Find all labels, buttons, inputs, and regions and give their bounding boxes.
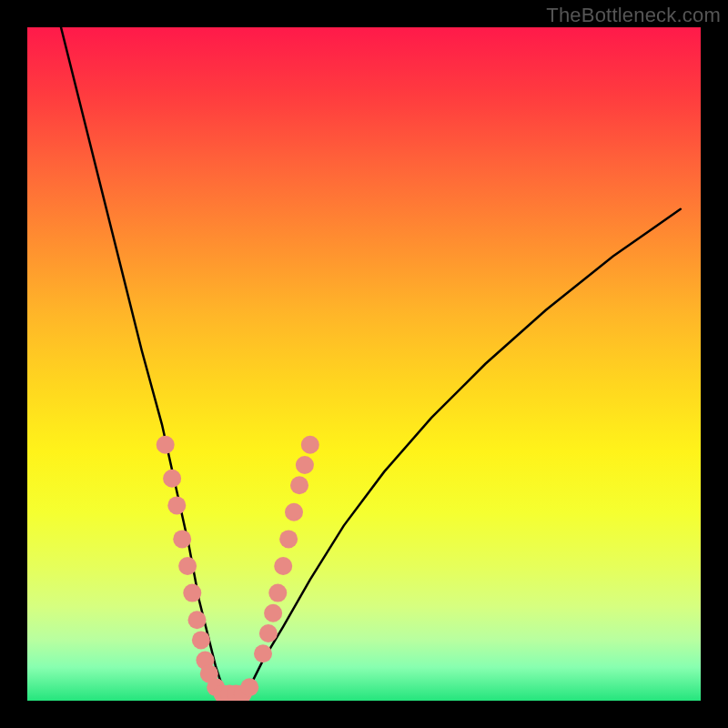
watermark-text: TheBottleneck.com (546, 4, 721, 27)
frame: TheBottleneck.com (0, 0, 728, 728)
background-gradient (27, 27, 701, 701)
plot-area (27, 27, 701, 701)
